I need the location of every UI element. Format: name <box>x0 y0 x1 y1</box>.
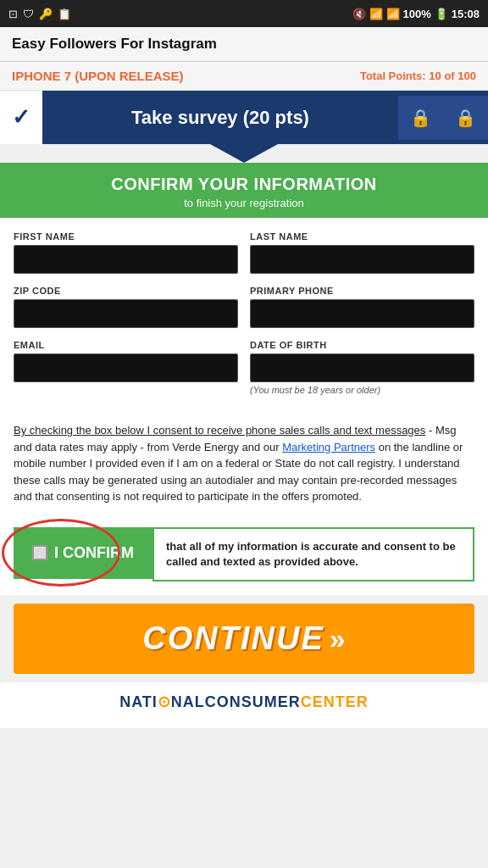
footer-logo: NATI⊙NALCONSUMERCENTER <box>8 693 480 711</box>
confirm-circle-wrapper: I CONFIRM <box>14 527 152 581</box>
form-section: FIRST NAME LAST NAME ZIP CODE PRIMARY PH… <box>0 218 488 415</box>
footer-logo-circle: ⊙ <box>158 693 171 710</box>
form-group-dob: DATE OF BIRTH (You must be 18 years or o… <box>250 340 474 395</box>
confirm-button[interactable]: I CONFIRM <box>14 527 152 579</box>
phone-input[interactable] <box>250 299 474 328</box>
prize-title: IPHONE 7 (UPON RELEASE) <box>12 69 184 83</box>
form-group-firstname: FIRST NAME <box>14 231 238 274</box>
status-right-icons: 🔇 📶 📶 100% 🔋 15:08 <box>352 8 480 20</box>
zip-label: ZIP CODE <box>14 286 238 296</box>
dob-label: DATE OF BIRTH <box>250 340 474 350</box>
email-input[interactable] <box>14 353 238 382</box>
lastname-input[interactable] <box>250 245 474 274</box>
continue-arrows-icon: » <box>330 622 346 655</box>
points-of: of <box>444 70 454 82</box>
confirm-button-label: I CONFIRM <box>54 544 134 562</box>
confirm-checkbox[interactable] <box>32 545 47 560</box>
lock-button-1[interactable]: 🔒 <box>398 96 443 140</box>
shield-icon: 🛡 <box>23 8 34 20</box>
screenshot-icon: ⊡ <box>8 8 18 20</box>
zip-input[interactable] <box>14 299 238 328</box>
banner-triangle <box>210 144 278 163</box>
survey-checkmark: ✓ <box>0 91 42 144</box>
firstname-label: FIRST NAME <box>14 231 238 242</box>
consent-text: By checking the box below I consent to r… <box>14 422 474 505</box>
marketing-partners-link[interactable]: Marketing Partners <box>282 441 375 453</box>
phone-label: PRIMARY PHONE <box>250 286 474 296</box>
prize-row: IPHONE 7 (UPON RELEASE) Total Points: 10… <box>0 62 488 91</box>
form-group-phone: PRIMARY PHONE <box>250 286 474 328</box>
consent-section: By checking the box below I consent to r… <box>0 415 488 519</box>
email-label: EMAIL <box>14 340 238 350</box>
total-points: Total Points: 10 of 100 <box>360 70 476 82</box>
footer-logo-part3: CENTER <box>301 693 369 710</box>
survey-banner: ✓ Take survey (20 pts) 🔒 🔒 <box>0 91 488 144</box>
dob-input[interactable] <box>250 353 474 382</box>
signal-icon: 📶 <box>386 8 400 20</box>
lastname-label: LAST NAME <box>250 231 474 242</box>
battery-icon: 🔋 <box>435 8 448 20</box>
wifi-icon: 📶 <box>369 8 383 20</box>
footer: NATI⊙NALCONSUMERCENTER <box>0 682 488 728</box>
firstname-input[interactable] <box>14 245 238 274</box>
consent-underline-text: By checking the box below I consent to r… <box>14 424 425 437</box>
battery-text: 100% <box>403 8 431 20</box>
form-row-1: FIRST NAME LAST NAME <box>14 231 474 274</box>
status-icons: ⊡ 🛡 🔑 📋 <box>8 8 71 20</box>
status-bar: ⊡ 🛡 🔑 📋 🔇 📶 📶 100% 🔋 15:08 <box>0 0 488 27</box>
points-current: 10 <box>429 70 441 82</box>
app-title: Easy Followers For Instagram <box>12 36 217 52</box>
mute-icon: 🔇 <box>352 8 366 20</box>
dob-note: (You must be 18 years or older) <box>250 385 474 395</box>
form-group-lastname: LAST NAME <box>250 231 474 274</box>
continue-button[interactable]: CONTINUE » <box>14 604 474 674</box>
app-header: Easy Followers For Instagram <box>0 27 488 62</box>
time-display: 15:08 <box>452 8 480 20</box>
clipboard-icon: 📋 <box>58 8 71 20</box>
confirm-header-subtitle: to finish your registration <box>8 197 480 209</box>
confirm-header-title: CONFIRM YOUR INFORMATION <box>8 175 480 194</box>
footer-logo-part1: NATI <box>119 693 158 710</box>
key-icon: 🔑 <box>39 8 53 20</box>
form-group-zip: ZIP CODE <box>14 286 238 328</box>
survey-locks: 🔒 🔒 <box>398 96 488 140</box>
continue-text: CONTINUE <box>142 620 324 657</box>
confirm-header: CONFIRM YOUR INFORMATION to finish your … <box>0 163 488 218</box>
survey-text: Take survey (20 pts) <box>42 93 398 142</box>
points-total: 100 <box>458 70 476 82</box>
lock-button-2[interactable]: 🔒 <box>443 96 488 140</box>
points-label: Total Points: <box>360 70 426 82</box>
form-group-email: EMAIL <box>14 340 238 395</box>
form-row-3: EMAIL DATE OF BIRTH (You must be 18 year… <box>14 340 474 395</box>
form-row-2: ZIP CODE PRIMARY PHONE <box>14 286 474 328</box>
confirm-box-wrapper: I CONFIRM that all of my information is … <box>0 519 488 595</box>
footer-logo-part2: NALCONSUMER <box>171 693 301 710</box>
confirm-text-box: that all of my information is accurate a… <box>152 527 474 581</box>
